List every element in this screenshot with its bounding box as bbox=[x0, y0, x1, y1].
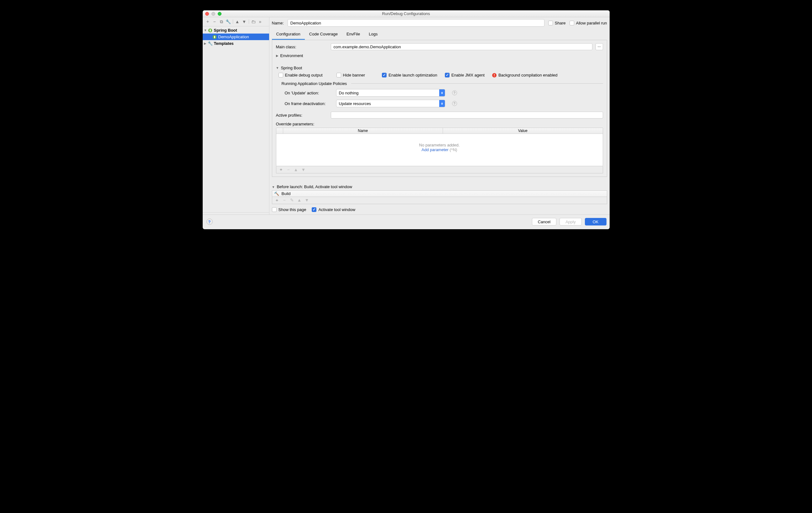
ok-button[interactable]: OK bbox=[585, 218, 607, 225]
cancel-button[interactable]: Cancel bbox=[532, 218, 556, 225]
share-checkbox[interactable]: Share bbox=[548, 21, 566, 25]
move-down-icon[interactable]: ▼ bbox=[301, 167, 306, 172]
hide-banner-checkbox[interactable]: Hide banner bbox=[337, 73, 365, 77]
before-launch-section: Before launch: Build, Activate tool wind… bbox=[272, 184, 607, 212]
remove-icon[interactable]: − bbox=[282, 197, 287, 203]
tab-logs[interactable]: Logs bbox=[364, 30, 382, 40]
name-label: Name: bbox=[272, 21, 284, 25]
remove-icon[interactable]: − bbox=[212, 19, 217, 24]
sidebar: ＋ − ⧉ 🔧 ▲ ▼ 🗀 » ▼ Spring Boot bbox=[203, 17, 269, 215]
move-down-icon[interactable]: ▼ bbox=[242, 19, 247, 24]
move-up-icon[interactable]: ▲ bbox=[297, 197, 302, 203]
main-class-input[interactable] bbox=[331, 43, 592, 50]
tab-configuration[interactable]: Configuration bbox=[272, 30, 305, 40]
run-config-tree[interactable]: ▼ Spring Boot DemoApplication ▶ 🔧 Templa… bbox=[203, 26, 269, 213]
dropdown-caret-icon bbox=[439, 100, 445, 107]
add-parameter-link[interactable]: Add parameter bbox=[422, 147, 448, 152]
warning-icon: ! bbox=[492, 73, 496, 77]
enable-jmx-checkbox[interactable]: Enable JMX agent bbox=[445, 73, 485, 77]
help-button[interactable]: ? bbox=[206, 219, 213, 225]
maximize-icon[interactable] bbox=[218, 12, 222, 16]
tabs: Configuration Code Coverage EnvFile Logs bbox=[272, 30, 607, 40]
col-value[interactable]: Value bbox=[443, 128, 603, 134]
wrench-icon[interactable]: 🔧 bbox=[226, 19, 231, 24]
before-launch-item-build[interactable]: 🔨 Build bbox=[272, 191, 607, 197]
edit-icon[interactable]: ✎ bbox=[290, 197, 294, 203]
update-policies-title: Running Application Update Policies bbox=[282, 81, 603, 86]
tab-envfile[interactable]: EnvFile bbox=[342, 30, 364, 40]
enable-launch-optimization-checkbox[interactable]: Enable launch optimization bbox=[382, 73, 437, 77]
before-launch-toolbar: ＋ − ✎ ▲ ▼ bbox=[272, 197, 607, 204]
before-launch-list[interactable]: 🔨 Build bbox=[272, 190, 607, 197]
parallel-label: Allow parallel run bbox=[576, 21, 607, 25]
add-icon[interactable]: ＋ bbox=[205, 19, 210, 24]
build-icon: 🔨 bbox=[274, 191, 279, 196]
show-this-page-checkbox[interactable]: Show this page bbox=[272, 207, 307, 212]
add-icon[interactable]: ＋ bbox=[279, 167, 283, 172]
spring-boot-icon bbox=[208, 28, 213, 33]
copy-icon[interactable]: ⧉ bbox=[219, 19, 224, 24]
on-frame-label: On frame deactivation: bbox=[285, 101, 332, 106]
move-up-icon[interactable]: ▲ bbox=[294, 167, 298, 172]
window-title: Run/Debug Configurations bbox=[203, 11, 610, 16]
enable-debug-checkbox[interactable]: Enable debug output bbox=[279, 73, 323, 77]
sidebar-toolbar: ＋ − ⧉ 🔧 ▲ ▼ 🗀 » bbox=[203, 19, 269, 26]
expand-icon[interactable]: » bbox=[258, 19, 263, 24]
section-spring-boot[interactable]: Spring Boot bbox=[276, 65, 603, 70]
help-icon[interactable]: ? bbox=[452, 101, 457, 106]
on-update-select[interactable]: Do nothing bbox=[336, 89, 445, 97]
titlebar[interactable]: Run/Debug Configurations bbox=[203, 10, 610, 17]
section-label: Spring Boot bbox=[281, 65, 302, 70]
tree-node-templates[interactable]: ▶ 🔧 Templates bbox=[203, 40, 269, 47]
section-label: Environment bbox=[280, 53, 303, 58]
tree-node-label: Templates bbox=[214, 41, 234, 46]
bg-compile-warning: ! Background compilation enabled bbox=[492, 73, 558, 77]
chevron-down-icon bbox=[276, 66, 279, 70]
move-up-icon[interactable]: ▲ bbox=[235, 19, 240, 24]
apply-button[interactable]: Apply bbox=[559, 218, 582, 225]
before-launch-header[interactable]: Before launch: Build, Activate tool wind… bbox=[272, 184, 607, 189]
move-down-icon[interactable]: ▼ bbox=[305, 197, 309, 203]
folder-icon[interactable]: 🗀 bbox=[251, 19, 256, 24]
add-parameter-shortcut: (^N) bbox=[450, 147, 457, 152]
chevron-down-icon bbox=[272, 184, 275, 189]
override-params-table: Name Value No parameters added. Add para… bbox=[276, 128, 603, 166]
active-profiles-label: Active profiles: bbox=[276, 113, 328, 117]
main-panel: Name: Share Allow parallel run Configura… bbox=[269, 17, 610, 215]
spring-boot-icon bbox=[212, 34, 217, 39]
active-profiles-input[interactable] bbox=[331, 112, 603, 118]
configuration-panel: Main class: ... Environment Spring Boot … bbox=[272, 40, 607, 177]
add-icon[interactable]: ＋ bbox=[275, 197, 279, 203]
dropdown-caret-icon bbox=[439, 89, 445, 96]
close-icon[interactable] bbox=[205, 12, 209, 16]
dialog-footer: ? Cancel Apply OK bbox=[203, 215, 610, 229]
tree-item-label: DemoApplication bbox=[219, 34, 249, 39]
section-environment[interactable]: Environment bbox=[276, 53, 603, 58]
minimize-icon[interactable] bbox=[211, 12, 215, 16]
override-params-label: Override parameters: bbox=[276, 122, 603, 126]
on-update-label: On 'Update' action: bbox=[285, 91, 332, 95]
col-name[interactable]: Name bbox=[283, 128, 443, 134]
params-empty-state: No parameters added. Add parameter (^N) bbox=[276, 134, 603, 166]
tree-item-demoapplication[interactable]: DemoApplication bbox=[203, 33, 269, 40]
tree-node-label: Spring Boot bbox=[214, 28, 237, 33]
tree-node-spring-boot[interactable]: ▼ Spring Boot bbox=[203, 27, 269, 33]
browse-main-class-button[interactable]: ... bbox=[596, 43, 603, 50]
share-checkbox-input[interactable] bbox=[548, 21, 553, 25]
share-label: Share bbox=[555, 21, 566, 25]
tab-code-coverage[interactable]: Code Coverage bbox=[305, 30, 342, 40]
chevron-right-icon bbox=[276, 54, 279, 57]
override-params-toolbar: ＋ − ▲ ▼ bbox=[276, 166, 603, 173]
parallel-checkbox[interactable]: Allow parallel run bbox=[570, 21, 607, 25]
wrench-icon: 🔧 bbox=[208, 41, 213, 46]
main-class-label: Main class: bbox=[276, 45, 328, 49]
help-icon[interactable]: ? bbox=[452, 90, 457, 95]
remove-icon[interactable]: − bbox=[286, 167, 291, 172]
parallel-checkbox-input[interactable] bbox=[570, 21, 574, 25]
activate-tool-window-checkbox[interactable]: Activate tool window bbox=[312, 207, 355, 212]
on-frame-select[interactable]: Update resources bbox=[336, 100, 445, 107]
name-input[interactable] bbox=[288, 19, 545, 27]
dialog-window: Run/Debug Configurations ＋ − ⧉ 🔧 ▲ ▼ 🗀 »… bbox=[203, 10, 610, 229]
